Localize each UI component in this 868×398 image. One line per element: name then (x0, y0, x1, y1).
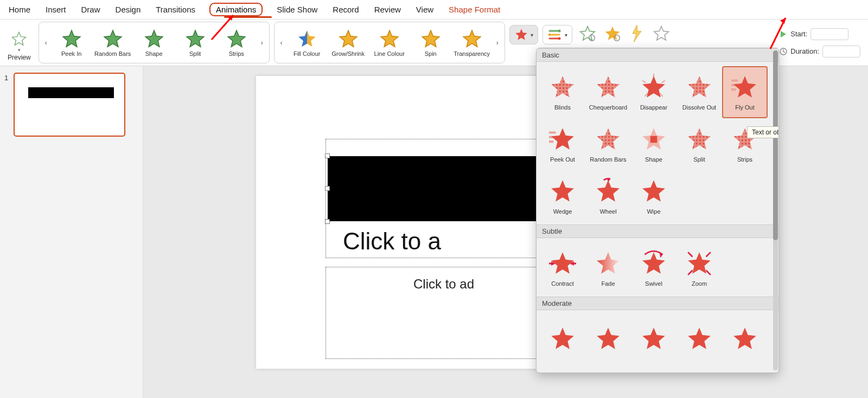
entrance-item-peek-in[interactable]: Peek In (51, 27, 92, 59)
exit-item-wheel[interactable]: Wheel (585, 170, 631, 222)
add-emphasis-effect-button[interactable] (604, 25, 621, 44)
svg-marker-64 (597, 180, 620, 202)
section-header-subtle: Subtle (537, 224, 778, 238)
slide-thumbnail-1[interactable] (14, 73, 125, 137)
exit-item-contract[interactable]: Contract (540, 242, 585, 294)
chevron-down-icon: ▾ (565, 32, 567, 38)
tab-draw[interactable]: Draw (80, 3, 101, 16)
add-entrance-effect-button[interactable] (579, 25, 596, 44)
start-select[interactable] (810, 28, 848, 40)
svg-marker-6 (298, 30, 316, 47)
svg-line-77 (706, 271, 711, 275)
svg-marker-22 (633, 25, 641, 42)
svg-marker-39 (642, 76, 665, 98)
exit-item-dissolve-out[interactable]: Dissolve Out (676, 66, 722, 118)
preview-button[interactable]: ▾ Preview (4, 22, 34, 63)
slide-thumbnails-panel: 1 (0, 66, 143, 398)
svg-marker-8 (381, 30, 398, 47)
motion-path-star-icon (653, 25, 670, 42)
effect-options-dropdown[interactable]: ▾ (542, 25, 572, 44)
exit-item-random-bars[interactable]: Random Bars (585, 118, 631, 170)
exit-item-blinds[interactable]: Blinds (540, 66, 585, 118)
preview-star-icon (9, 31, 29, 47)
emphasis-next-button[interactable]: › (493, 38, 502, 47)
tab-review[interactable]: Review (373, 3, 402, 16)
svg-line-75 (706, 252, 711, 256)
exit-item-disappear[interactable]: Disappear (631, 66, 676, 118)
tab-insert[interactable]: Insert (44, 3, 67, 16)
duration-input[interactable] (822, 46, 860, 57)
exit-item-fly-out[interactable]: Fly Out (722, 66, 768, 118)
entrance-prev-button[interactable]: ‹ (41, 38, 51, 47)
resize-handle[interactable] (325, 186, 330, 191)
emphasis-item-fill-colour[interactable]: Fill Colour (286, 27, 328, 59)
svg-marker-23 (654, 27, 668, 40)
exit-item-split[interactable]: Split (676, 118, 722, 170)
exit-item-fade[interactable]: Fade (585, 242, 631, 294)
exit-item-chequerboard[interactable]: Chequerboard (585, 66, 631, 118)
svg-marker-65 (642, 180, 665, 202)
svg-marker-53 (597, 128, 620, 150)
svg-marker-82 (688, 328, 711, 349)
tab-record[interactable]: Record (331, 3, 360, 16)
svg-marker-7 (340, 30, 357, 47)
svg-marker-58 (688, 128, 711, 150)
emphasis-item-spin[interactable]: Spin (410, 27, 451, 59)
panel-scrollbar[interactable] (773, 50, 778, 370)
exit-item-unknown[interactable] (631, 314, 676, 367)
exit-item-unknown[interactable] (722, 314, 768, 367)
svg-marker-1 (63, 30, 80, 47)
tab-design[interactable]: Design (114, 3, 142, 16)
svg-marker-11 (515, 29, 527, 40)
svg-point-15 (558, 30, 560, 33)
exit-item-peek-out[interactable]: Peek Out (540, 118, 585, 170)
start-label: Start: (790, 30, 807, 38)
tab-slideshow[interactable]: Slide Show (276, 3, 318, 16)
emphasis-item-transparency[interactable]: Transparency (451, 27, 493, 59)
emphasis-prev-button[interactable]: ‹ (277, 38, 286, 47)
exit-item-shape[interactable]: Shape (631, 118, 676, 170)
tab-view[interactable]: View (415, 3, 435, 16)
svg-marker-79 (551, 328, 574, 349)
tab-home[interactable]: Home (8, 3, 31, 16)
svg-marker-18 (580, 27, 595, 40)
exit-item-wipe[interactable]: Wipe (631, 170, 676, 222)
panel-scrollbar-thumb[interactable] (773, 50, 778, 240)
exit-item-unknown[interactable] (676, 314, 722, 367)
lightning-icon (629, 25, 645, 42)
entrance-gear-star-icon (579, 25, 596, 42)
resize-handle[interactable] (325, 153, 330, 158)
exit-item-zoom[interactable]: Zoom (676, 242, 722, 294)
tab-transitions[interactable]: Transitions (155, 3, 196, 16)
svg-marker-71 (597, 252, 620, 274)
emphasis-gear-star-icon (604, 25, 621, 42)
add-exit-effect-button[interactable] (629, 25, 645, 44)
exit-item-unknown[interactable] (540, 314, 585, 367)
exit-effect-dropdown[interactable]: ▾ (509, 25, 538, 44)
svg-marker-83 (733, 328, 756, 349)
annotation-arrow-to-tab (206, 10, 239, 42)
emphasis-item-line-colour[interactable]: Line Colour (369, 27, 410, 59)
emphasis-item-grow-shrink[interactable]: Grow/Shrink (328, 27, 369, 59)
effect-options-icon (547, 28, 563, 42)
add-motion-path-button[interactable] (653, 25, 670, 44)
emphasis-gallery: ‹ Fill Colour Grow/Shrink Line Colour Sp… (274, 22, 505, 63)
svg-point-17 (558, 37, 560, 40)
resize-handle[interactable] (325, 219, 330, 224)
entrance-item-random-bars[interactable]: Random Bars (92, 27, 133, 59)
thumb-shape-preview (28, 87, 114, 98)
thumb-number: 1 (4, 73, 8, 137)
svg-marker-62 (551, 180, 574, 202)
svg-marker-42 (688, 76, 711, 98)
exit-item-unknown[interactable] (585, 314, 631, 367)
entrance-next-button[interactable]: › (257, 38, 267, 47)
svg-marker-4 (187, 30, 204, 47)
exit-item-swivel[interactable]: Swivel (631, 242, 676, 294)
svg-marker-0 (12, 33, 26, 46)
fly-out-tooltip: Text or object flies away in a sp (747, 126, 779, 138)
svg-marker-20 (605, 27, 620, 40)
entrance-item-shape[interactable]: Shape (133, 27, 175, 59)
chevron-down-icon: ▾ (531, 32, 533, 38)
tab-shape-format[interactable]: Shape Format (448, 3, 501, 16)
exit-item-wedge[interactable]: Wedge (540, 170, 585, 222)
